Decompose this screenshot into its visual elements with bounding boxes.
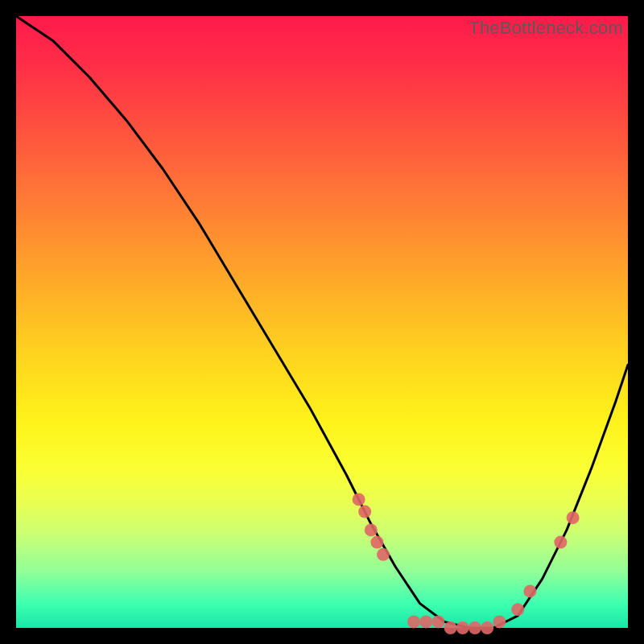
data-point bbox=[456, 621, 469, 634]
data-point bbox=[444, 621, 457, 634]
chart-frame: TheBottleneck.com bbox=[16, 16, 628, 628]
data-point bbox=[481, 621, 493, 634]
data-point bbox=[419, 615, 432, 628]
data-point bbox=[523, 584, 536, 597]
curve-layer bbox=[16, 16, 628, 628]
chart-svg bbox=[16, 16, 628, 628]
data-point bbox=[493, 615, 506, 628]
data-point bbox=[353, 493, 365, 506]
data-point bbox=[407, 615, 420, 628]
data-point bbox=[358, 506, 371, 518]
marker-layer bbox=[353, 493, 580, 634]
data-point bbox=[511, 603, 524, 616]
data-point bbox=[567, 511, 580, 524]
bottleneck-curve bbox=[16, 16, 628, 628]
data-point bbox=[431, 615, 444, 628]
data-point bbox=[469, 621, 481, 634]
data-point bbox=[370, 536, 383, 549]
data-point bbox=[554, 536, 567, 549]
data-point bbox=[365, 523, 378, 536]
data-point bbox=[377, 548, 390, 561]
